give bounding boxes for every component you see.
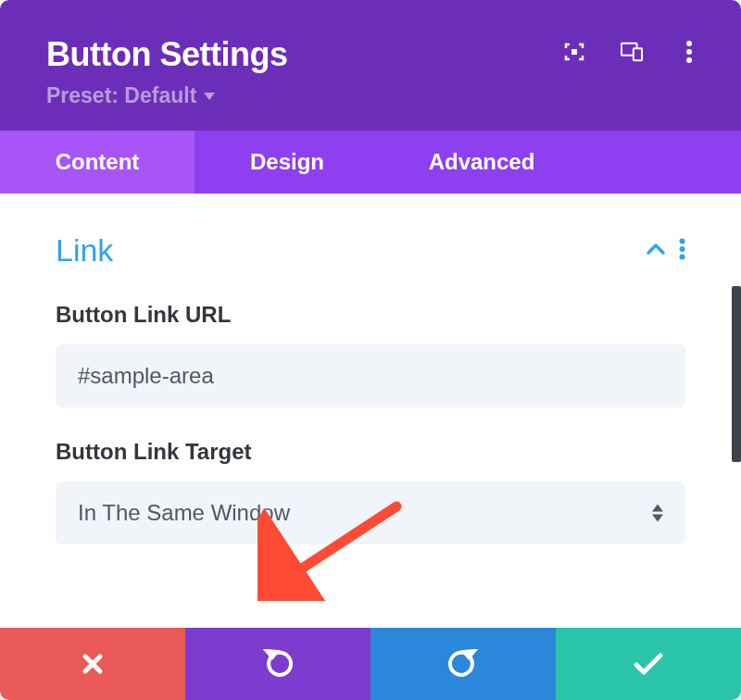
svg-point-8	[680, 254, 685, 259]
tab-content[interactable]: Content	[0, 131, 195, 194]
svg-point-3	[686, 41, 692, 46]
responsive-view-icon[interactable]	[621, 41, 643, 63]
section-header: Link	[56, 232, 685, 269]
preset-label: Preset: Default	[46, 83, 196, 108]
undo-button[interactable]	[185, 628, 370, 700]
tab-design[interactable]: Design	[195, 131, 380, 194]
tab-bar: Content Design Advanced	[0, 131, 741, 194]
svg-point-7	[680, 246, 685, 252]
collapse-icon[interactable]	[646, 243, 666, 259]
svg-point-5	[686, 57, 692, 63]
modal-footer	[0, 628, 741, 700]
tab-advanced[interactable]: Advanced	[380, 131, 584, 194]
svg-marker-14	[464, 651, 474, 657]
section-actions	[646, 238, 685, 264]
field-label-target: Button Link Target	[56, 439, 685, 465]
field-button-link-target: Button Link Target In The Same Window	[56, 439, 685, 544]
svg-rect-0	[571, 49, 577, 55]
svg-point-4	[686, 49, 692, 55]
svg-rect-2	[634, 48, 642, 60]
header-actions	[563, 41, 700, 63]
caret-down-icon	[204, 93, 215, 100]
select-value: In The Same Window	[56, 481, 685, 544]
preset-selector[interactable]: Preset: Default	[46, 83, 695, 108]
field-button-link-url: Button Link URL	[56, 302, 685, 407]
modal-header: Button Settings Preset: Default	[0, 0, 741, 131]
redo-button[interactable]	[370, 628, 556, 700]
cancel-button[interactable]	[0, 628, 185, 700]
section-title[interactable]: Link	[56, 232, 113, 269]
svg-marker-13	[267, 651, 277, 657]
button-link-url-input[interactable]	[56, 344, 685, 407]
button-link-target-select[interactable]: In The Same Window	[56, 481, 685, 544]
snap-icon[interactable]	[563, 41, 585, 63]
scrollbar-thumb[interactable]	[732, 286, 741, 462]
section-more-icon[interactable]	[679, 238, 685, 264]
modal-body: Link Button Link URL Button Link Target	[0, 194, 741, 628]
save-button[interactable]	[556, 628, 741, 700]
field-label-url: Button Link URL	[56, 302, 685, 328]
svg-point-6	[680, 238, 685, 244]
settings-modal: Button Settings Preset: Default	[0, 0, 741, 700]
more-menu-icon[interactable]	[678, 41, 700, 63]
